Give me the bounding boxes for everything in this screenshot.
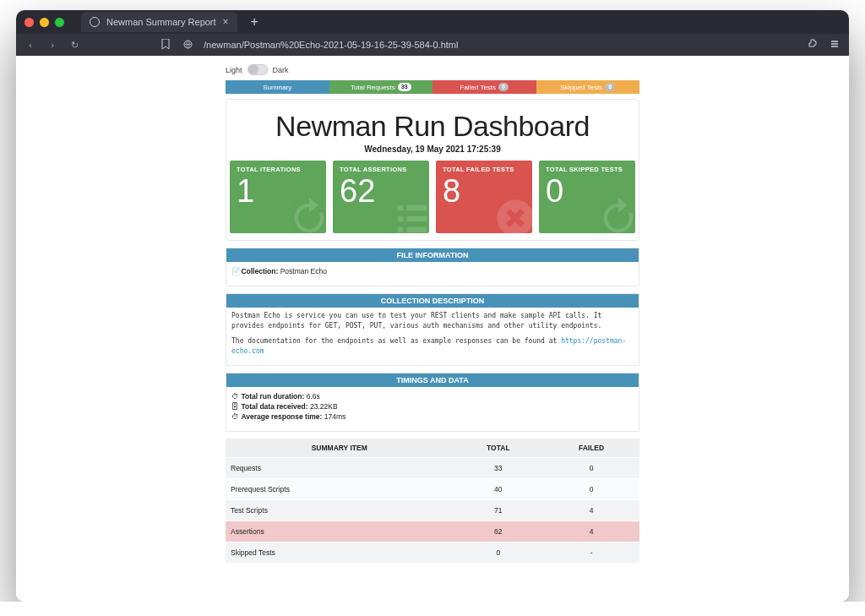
summary-table: SUMMARY ITEM TOTAL FAILED Requests 33 0 …	[226, 439, 639, 563]
nav-skipped-tests[interactable]: Skipped Tests 0	[536, 80, 640, 94]
card-iterations: TOTAL ITERATIONS 1	[230, 161, 326, 233]
cell-total: 62	[454, 521, 544, 542]
file-info-section: FILE INFORMATION 📄 Collection: Postman E…	[226, 248, 639, 286]
dashboard-panel: Newman Run Dashboard Wednesday, 19 May 2…	[226, 99, 639, 241]
app-menu-icon[interactable]	[829, 39, 841, 51]
timings-heading: TIMINGS AND DATA	[226, 373, 639, 387]
cell-item: Requests	[226, 458, 454, 479]
cell-failed: -	[543, 542, 639, 564]
table-row: Requests 33 0	[226, 458, 639, 479]
collection-description-heading: COLLECTION DESCRIPTION	[226, 294, 639, 308]
maximize-window-button[interactable]	[55, 18, 64, 27]
desc-text: ,	[362, 322, 370, 330]
new-tab-button[interactable]: +	[251, 14, 258, 30]
nav-summary[interactable]: Summary	[226, 80, 329, 94]
card-skipped-label: TOTAL SKIPPED TESTS	[546, 166, 628, 173]
desc-text: , various auth mechanisms and other util…	[382, 322, 601, 330]
collection-name: Postman Echo	[280, 267, 327, 275]
cell-total: 71	[454, 500, 544, 521]
table-row: Prerequest Scripts 40 0	[226, 479, 639, 500]
globe-icon	[90, 17, 100, 27]
cell-item: Assertions	[226, 521, 454, 542]
collection-description-section: COLLECTION DESCRIPTION Postman Echo is s…	[226, 293, 639, 366]
nav-summary-label: Summary	[263, 84, 291, 91]
cell-item: Prerequest Scripts	[226, 479, 454, 500]
minimize-window-button[interactable]	[40, 18, 49, 27]
col-item: SUMMARY ITEM	[226, 439, 454, 458]
database-icon: 🗄	[231, 402, 239, 411]
card-failed: TOTAL FAILED TESTS 8	[436, 161, 532, 233]
col-total: TOTAL	[454, 439, 544, 458]
stat-cards: TOTAL ITERATIONS 1 TOTAL ASSERTIONS 62 T…	[230, 161, 635, 233]
close-tab-button[interactable]: ×	[223, 16, 229, 28]
theme-toggle[interactable]	[248, 64, 268, 75]
cell-failed: 0	[543, 458, 639, 479]
cell-total: 33	[454, 458, 544, 479]
card-assertions: TOTAL ASSERTIONS 62	[333, 161, 429, 233]
cell-item: Test Scripts	[226, 500, 454, 521]
cell-item: Skipped Tests	[226, 542, 454, 564]
desc-text: PUT	[370, 322, 382, 330]
browser-tab-title: Newman Summary Report	[106, 17, 216, 27]
collection-label: Collection:	[241, 267, 278, 275]
extensions-icon[interactable]	[807, 39, 819, 51]
run-duration-value: 6.6s	[307, 392, 320, 401]
card-skipped: TOTAL SKIPPED TESTS 0	[539, 161, 635, 233]
page-title: Newman Run Dashboard	[230, 110, 635, 143]
browser-window: Newman Summary Report × + ‹ › ↻ /newman/…	[16, 10, 849, 602]
cell-failed: 0	[543, 479, 639, 500]
forward-button[interactable]: ›	[46, 40, 58, 50]
stopwatch-icon: ⏱	[231, 412, 239, 421]
nav-total-requests-label: Total Requests	[351, 84, 395, 91]
back-button[interactable]: ‹	[24, 40, 36, 50]
report-nav: Summary Total Requests 33 Failed Tests 0…	[226, 80, 639, 94]
redo-icon	[596, 196, 635, 233]
card-failed-label: TOTAL FAILED TESTS	[443, 166, 525, 173]
nav-failed-tests-badge: 0	[498, 83, 509, 91]
times-circle-icon	[493, 196, 532, 233]
nav-total-requests-badge: 33	[398, 83, 411, 91]
page-viewport: Light Dark Summary Total Requests 33 Fai…	[16, 56, 849, 602]
theme-light-label: Light	[226, 66, 242, 74]
nav-failed-tests[interactable]: Failed Tests 0	[432, 80, 536, 94]
cell-failed: 4	[543, 500, 639, 521]
cell-total: 0	[454, 542, 544, 564]
desc-text: GET	[325, 322, 337, 330]
desc-text: ,	[337, 322, 345, 330]
avg-response-value: 174ms	[324, 412, 346, 421]
list-icon	[390, 196, 429, 233]
card-iterations-label: TOTAL ITERATIONS	[237, 166, 319, 173]
bookmark-icon[interactable]	[160, 39, 171, 51]
site-info-icon[interactable]	[182, 40, 193, 51]
window-controls	[24, 18, 64, 27]
stopwatch-icon: ⏱	[231, 392, 239, 401]
cell-total: 40	[454, 479, 544, 500]
window-titlebar: Newman Summary Report × +	[16, 10, 849, 34]
summary-table-header: SUMMARY ITEM TOTAL FAILED	[226, 439, 639, 458]
nav-skipped-tests-badge: 0	[605, 83, 615, 91]
theme-dark-label: Dark	[273, 66, 289, 74]
run-duration-label: Total run duration:	[241, 392, 304, 401]
nav-skipped-tests-label: Skipped Tests	[560, 84, 602, 91]
browser-tab[interactable]: Newman Summary Report ×	[81, 12, 237, 32]
nav-failed-tests-label: Failed Tests	[460, 84, 497, 91]
desc-text: POST	[345, 322, 362, 330]
refresh-icon	[287, 196, 326, 233]
col-failed: FAILED	[543, 439, 639, 458]
cell-failed: 4	[543, 521, 639, 542]
table-row-danger: Assertions 62 4	[226, 521, 639, 542]
table-row: Skipped Tests 0 -	[226, 542, 639, 564]
file-icon: 📄	[231, 267, 239, 275]
reload-button[interactable]: ↻	[68, 40, 80, 51]
avg-response-label: Average response time:	[241, 412, 322, 421]
data-received-value: 23.22KB	[310, 402, 338, 411]
desc-text: The documentation for the endpoints as w…	[231, 337, 561, 345]
timings-section: TIMINGS AND DATA ⏱ Total run duration: 6…	[226, 373, 639, 432]
table-row: Test Scripts 71 4	[226, 500, 639, 521]
card-assertions-label: TOTAL ASSERTIONS	[340, 166, 422, 173]
url-text[interactable]: /newman/Postman%20Echo-2021-05-19-16-25-…	[204, 40, 458, 50]
theme-toggle-row: Light Dark	[226, 64, 639, 75]
address-bar: ‹ › ↻ /newman/Postman%20Echo-2021-05-19-…	[16, 34, 849, 56]
close-window-button[interactable]	[24, 18, 34, 27]
nav-total-requests[interactable]: Total Requests 33	[329, 80, 433, 94]
